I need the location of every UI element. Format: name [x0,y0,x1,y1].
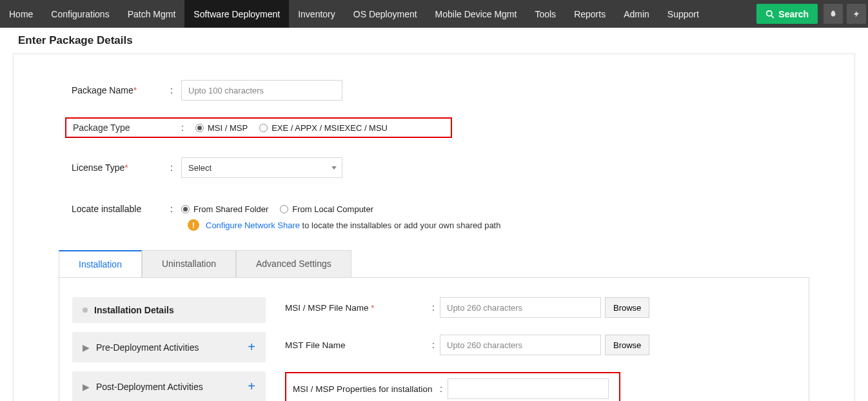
msi-file-label: MSI / MSP File Name * [285,303,427,313]
nav-os-deployment[interactable]: OS Deployment [344,0,426,28]
msi-file-input[interactable] [440,297,601,318]
mst-file-input[interactable] [440,335,601,355]
top-nav: Home Configurations Patch Mgmt Software … [0,0,868,28]
form-panel: Package Name* : Package Type : MSI / MSP… [13,54,855,401]
mst-file-browse-button[interactable]: Browse [605,335,649,355]
package-type-msi-radio[interactable]: MSI / MSP [195,123,248,133]
msi-file-browse-button[interactable]: Browse [605,297,649,318]
arrow-right-icon: ▶ [83,342,90,353]
mst-file-label: MST File Name [285,340,427,350]
nav-reports[interactable]: Reports [565,0,615,28]
chevron-down-icon [331,166,337,170]
license-type-label: License Type* [33,162,162,173]
rocket-icon-button[interactable] [824,4,843,24]
msi-props-highlight: MSI / MSP Properties for installation : [285,372,620,401]
package-type-highlight: Package Type : MSI / MSP EXE / APPX / MS… [65,117,452,138]
plus-icon[interactable]: + [248,379,255,394]
side-pre-deployment[interactable]: ▶Pre-Deployment Activities + [72,332,266,362]
nav-inventory[interactable]: Inventory [289,0,344,28]
plus-icon[interactable]: + [248,340,255,355]
arrow-right-icon: ▶ [83,382,90,392]
search-label: Search [778,9,809,19]
nav-configurations[interactable]: Configurations [42,0,118,28]
search-button[interactable]: Search [756,4,818,24]
side-post-deployment[interactable]: ▶Post-Deployment Activities + [72,371,266,401]
bolt-icon-button[interactable] [847,4,866,24]
svg-point-0 [767,10,772,15]
nav-mdm[interactable]: Mobile Device Mgmt [426,0,526,28]
locate-shared-radio[interactable]: From Shared Folder [181,204,268,214]
configure-network-share-link[interactable]: Configure Network Share [206,220,300,230]
nav-patch-mgmt[interactable]: Patch Mgmt [119,0,185,28]
detail-form: MSI / MSP File Name * : Browse MST File … [285,297,796,401]
nav-support[interactable]: Support [658,0,708,28]
nav-home[interactable]: Home [0,0,42,28]
nav-tools[interactable]: Tools [526,0,565,28]
package-name-input[interactable] [181,80,342,101]
search-icon [765,10,774,19]
svg-line-1 [771,15,774,17]
package-type-label: Package Type [73,122,170,133]
side-list: Installation Details ▶Pre-Deployment Act… [72,297,266,401]
locate-hint-text: to locate the installables or add your o… [302,220,501,230]
bolt-icon [853,10,860,19]
tab-body: Installation Details ▶Pre-Deployment Act… [59,278,809,401]
nav-software-deployment[interactable]: Software Deployment [184,0,289,28]
radio-checked-icon [195,124,204,132]
msi-props-input[interactable] [448,378,609,399]
license-type-value: Select [188,163,212,173]
tab-advanced-settings[interactable]: Advanced Settings [236,250,351,277]
tab-installation[interactable]: Installation [59,250,142,277]
tab-uninstallation[interactable]: Uninstallation [142,250,236,277]
tabs: Installation Uninstallation Advanced Set… [59,250,809,278]
locate-local-radio[interactable]: From Local Computer [280,204,373,214]
radio-unchecked-icon [259,124,268,132]
license-type-select[interactable]: Select [181,157,342,178]
bullet-icon [83,308,88,313]
rocket-icon [829,10,838,19]
msi-props-label: MSI / MSP Properties for installation [293,384,435,394]
radio-unchecked-icon [280,205,288,213]
warning-icon: ! [188,219,199,231]
nav-admin[interactable]: Admin [615,0,658,28]
page-title: Enter Package Details [0,28,868,54]
package-type-exe-radio[interactable]: EXE / APPX / MSIEXEC / MSU [259,123,388,133]
side-installation-details[interactable]: Installation Details [72,297,266,323]
locate-installable-label: Locate installable [33,204,162,214]
package-name-label: Package Name* [33,85,162,95]
radio-checked-icon [181,205,190,213]
